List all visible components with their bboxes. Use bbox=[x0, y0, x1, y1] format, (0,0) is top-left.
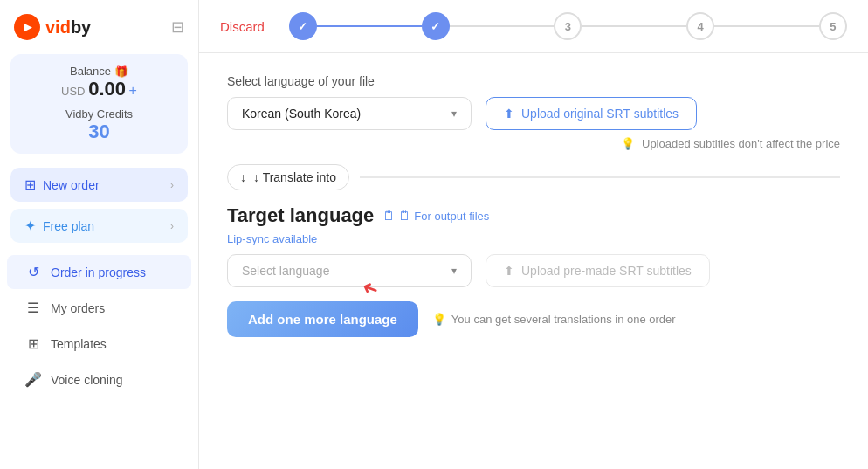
upload-premade-srt-button[interactable]: ⬆ Upload pre-made SRT subtitles bbox=[486, 254, 710, 287]
topbar: Discard ✓ ✓ 3 4 5 bbox=[199, 0, 868, 53]
step-line-3 bbox=[582, 25, 686, 27]
my-orders-icon: ☰ bbox=[24, 300, 42, 316]
credits-amount: 30 bbox=[24, 121, 174, 143]
order-in-progress-icon: ↺ bbox=[24, 264, 42, 280]
upload-icon: ⬆ bbox=[504, 107, 514, 121]
new-order-arrow-icon: › bbox=[170, 179, 174, 191]
new-order-button[interactable]: ⊞ New order › bbox=[10, 168, 188, 202]
translate-divider: ↓ ↓ Translate into bbox=[227, 164, 840, 190]
voice-cloning-icon: 🎤 bbox=[24, 371, 42, 388]
file-language-chevron-icon: ▾ bbox=[451, 107, 457, 120]
step-1-circle: ✓ bbox=[289, 12, 317, 40]
sidebar-toggle-icon[interactable]: ⊟ bbox=[171, 17, 184, 37]
lip-sync-label: Lip-sync available bbox=[227, 232, 840, 245]
balance-card: Balance 🎁 USD 0.00 + Vidby Credits 30 bbox=[10, 54, 188, 154]
translate-arrow-icon: ↓ bbox=[240, 170, 246, 184]
step-line-1 bbox=[317, 25, 422, 27]
hint-bulb-icon: 💡 bbox=[621, 137, 635, 150]
upload-original-srt-button[interactable]: ⬆ Upload original SRT subtitles bbox=[486, 97, 697, 130]
step-5-circle: 5 bbox=[819, 12, 847, 40]
logo-name: vidby bbox=[45, 17, 91, 38]
balance-add-button[interactable]: + bbox=[129, 83, 137, 98]
free-plan-icon: ✦ bbox=[24, 217, 36, 234]
target-language-chevron-icon: ▾ bbox=[451, 265, 457, 277]
content-area: Select language of your file Korean (Sou… bbox=[199, 53, 868, 469]
translate-into-badge[interactable]: ↓ ↓ Translate into bbox=[227, 164, 349, 190]
free-plan-arrow-icon: › bbox=[170, 220, 174, 232]
target-header: Target language 🗒 🗒 For output files bbox=[227, 204, 840, 227]
step-4-circle: 4 bbox=[686, 12, 714, 40]
file-language-row: Korean (South Korea) ▾ ⬆ Upload original… bbox=[227, 97, 840, 130]
for-output-files-badge[interactable]: 🗒 🗒 For output files bbox=[382, 209, 489, 223]
templates-icon: ⊞ bbox=[24, 335, 42, 352]
sidebar-item-templates[interactable]: ⊞ Templates bbox=[7, 327, 191, 361]
step-3-circle: 3 bbox=[554, 12, 582, 40]
file-icon-2: 🗒 bbox=[398, 209, 410, 223]
sidebar-logo-area: ▶ vidby ⊟ bbox=[0, 14, 198, 54]
divider-line bbox=[360, 176, 840, 178]
sidebar: ▶ vidby ⊟ Balance 🎁 USD 0.00 + Vidby Cre… bbox=[0, 0, 199, 469]
step-row: ✓ ✓ 3 4 5 bbox=[289, 12, 847, 40]
credits-label: Vidby Credits bbox=[24, 107, 174, 121]
logo-icon: ▶ bbox=[14, 14, 40, 40]
step-line-4 bbox=[714, 25, 819, 27]
target-language-row: Select language ▾ ⬆ Upload pre-made SRT … bbox=[227, 254, 840, 287]
balance-label: Balance 🎁 bbox=[24, 65, 174, 78]
file-language-dropdown[interactable]: Korean (South Korea) ▾ bbox=[227, 97, 472, 130]
add-language-row: ➜ Add one more language 💡 You can get se… bbox=[227, 301, 840, 337]
several-translations-hint: 💡 You can get several translations in on… bbox=[432, 313, 676, 326]
discard-button[interactable]: Discard bbox=[220, 19, 265, 34]
free-plan-button[interactable]: ✦ Free plan › bbox=[10, 209, 188, 243]
sidebar-item-my-orders[interactable]: ☰ My orders bbox=[7, 291, 191, 325]
sidebar-item-order-in-progress[interactable]: ↺ Order in progress bbox=[7, 255, 191, 289]
sidebar-item-voice-cloning[interactable]: 🎤 Voice cloning bbox=[7, 362, 191, 397]
step-2-circle: ✓ bbox=[422, 12, 450, 40]
target-language-dropdown[interactable]: Select language ▾ bbox=[227, 254, 472, 287]
upload-hint-row: 💡 Uploaded subtitles don't affect the pr… bbox=[227, 137, 840, 150]
sidebar-nav: ↺ Order in progress ☰ My orders ⊞ Templa… bbox=[0, 253, 198, 398]
logo: ▶ vidby bbox=[14, 14, 91, 40]
add-language-button[interactable]: Add one more language bbox=[227, 301, 418, 337]
file-language-label: Select language of your file bbox=[227, 74, 840, 88]
target-title: Target language bbox=[227, 204, 374, 227]
balance-currency: USD 0.00 + bbox=[24, 78, 174, 100]
hint-bulb-icon-2: 💡 bbox=[432, 313, 446, 326]
main-area: Discard ✓ ✓ 3 4 5 Select language of you… bbox=[199, 0, 868, 469]
file-icon-1: 🗒 bbox=[382, 209, 395, 223]
upload-premade-icon: ⬆ bbox=[504, 264, 514, 278]
new-order-icon: ⊞ bbox=[24, 176, 36, 193]
step-line-2 bbox=[450, 25, 555, 27]
